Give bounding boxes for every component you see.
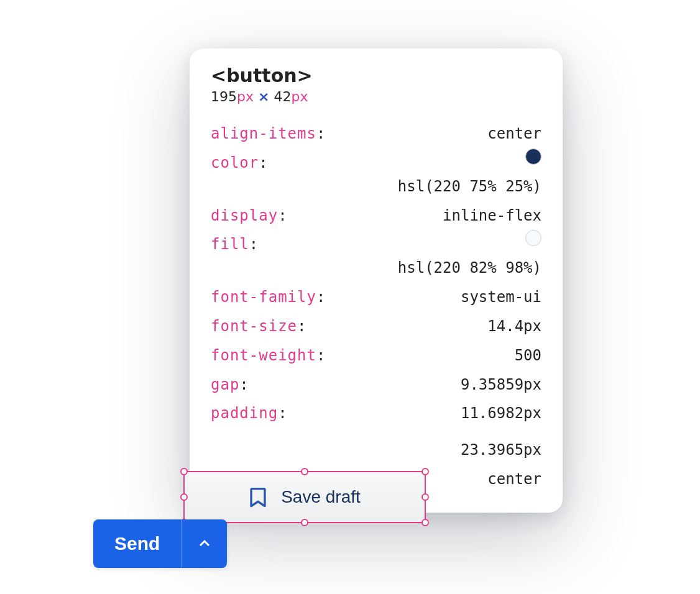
css-property-row: font-weight:500 <box>211 341 541 370</box>
css-property-value: hsl(220 82% 98%) <box>374 230 541 283</box>
css-property-row: padding:11.6982px23.3965px <box>211 399 541 465</box>
css-property-name: align-items: <box>211 119 326 148</box>
inspected-element-dimensions: 195px × 42px <box>211 89 541 104</box>
css-property-value: 14.4px <box>487 312 541 341</box>
css-property-row: color:hsl(220 75% 25%) <box>211 148 541 201</box>
css-property-name: font-weight: <box>211 341 326 370</box>
css-property-list: align-items:centercolor:hsl(220 75% 25%)… <box>211 119 541 494</box>
css-property-name: display: <box>211 201 288 231</box>
css-property-row: font-family:system-ui <box>211 283 541 312</box>
css-property-value: inline-flex <box>443 201 541 231</box>
color-swatch <box>525 148 541 165</box>
dim-width: 195 <box>211 89 237 104</box>
css-property-value: center <box>487 119 541 148</box>
css-property-name: padding: <box>211 399 288 428</box>
css-property-name: color: <box>211 148 269 178</box>
send-button[interactable]: Send <box>93 519 181 568</box>
css-property-value: center <box>487 465 541 494</box>
css-property-row: gap:9.35859px <box>211 370 541 400</box>
css-property-name: font-family: <box>211 283 326 312</box>
send-split-button: Send <box>93 519 227 568</box>
css-property-row: display:inline-flex <box>211 201 541 231</box>
dim-height: 42 <box>274 89 291 104</box>
bookmark-icon <box>249 487 267 508</box>
save-draft-label: Save draft <box>281 487 361 507</box>
chevron-up-icon <box>197 536 212 551</box>
dim-width-unit: px <box>237 89 254 104</box>
save-draft-button[interactable]: Save draft <box>183 471 426 523</box>
css-inspector-tooltip: <button> 195px × 42px align-items:center… <box>190 48 563 513</box>
css-property-name: gap: <box>211 370 249 400</box>
css-property-value: system-ui <box>461 283 541 312</box>
send-label: Send <box>114 533 160 554</box>
css-property-name: font-size: <box>211 312 307 341</box>
css-property-name: fill: <box>211 230 259 259</box>
dim-height-unit: px <box>291 89 308 104</box>
css-property-row: fill:hsl(220 82% 98%) <box>211 230 541 283</box>
css-property-value: hsl(220 75% 25%) <box>374 148 541 201</box>
color-swatch <box>525 230 541 246</box>
css-property-value: 11.6982px23.3965px <box>372 399 541 465</box>
dim-separator: × <box>258 89 269 104</box>
css-property-row: align-items:center <box>211 119 541 148</box>
css-property-row: font-size:14.4px <box>211 312 541 341</box>
css-property-value: 9.35859px <box>461 370 541 400</box>
css-property-value: 500 <box>515 341 541 370</box>
send-dropdown-toggle[interactable] <box>181 519 227 568</box>
inspected-element-tag: <button> <box>211 65 541 86</box>
